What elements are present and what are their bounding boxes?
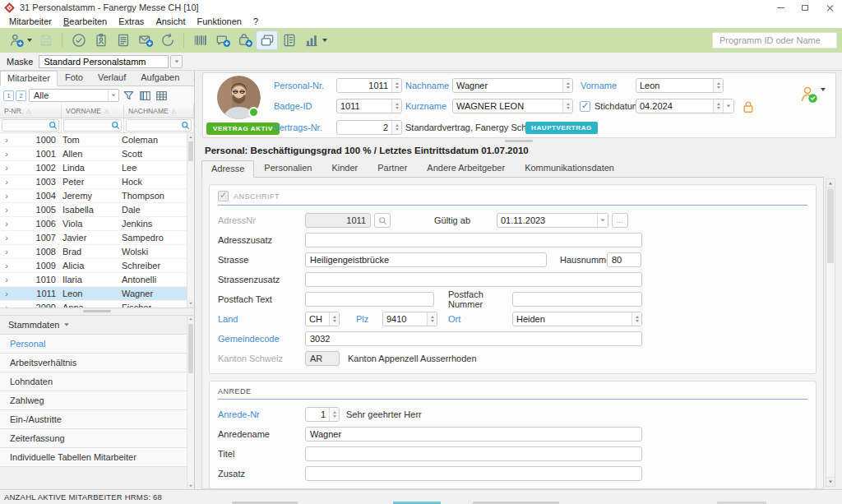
menu-item[interactable]: ? xyxy=(248,16,264,26)
nav-item[interactable]: Ein-/Austritte xyxy=(0,410,187,429)
detail-tab[interactable]: Personalien xyxy=(254,160,322,177)
table-row[interactable]: 1004 Jeremy Thompson xyxy=(0,189,194,203)
nav-item[interactable]: Zeiterfassung xyxy=(0,429,187,448)
scrollbar-thumb[interactable] xyxy=(188,141,193,161)
spinner[interactable] xyxy=(713,99,723,113)
row-expand-icon[interactable] xyxy=(0,233,13,243)
plz-input[interactable] xyxy=(383,312,427,326)
refresh-button[interactable] xyxy=(156,30,178,50)
grid-view-button[interactable] xyxy=(155,89,169,103)
detail-tab[interactable]: Kinder xyxy=(322,160,368,177)
barcode-button[interactable] xyxy=(189,30,211,50)
stichdatum-dropdown-icon[interactable] xyxy=(723,99,733,113)
maximize-button[interactable] xyxy=(793,0,817,15)
spinner[interactable] xyxy=(329,312,339,326)
row-expand-icon[interactable] xyxy=(0,177,13,187)
id-badge-button[interactable] xyxy=(90,30,112,50)
horizontal-splitter[interactable] xyxy=(195,138,842,143)
row-expand-icon[interactable] xyxy=(0,261,13,270)
employee-panel-tab[interactable]: Aufgaben xyxy=(133,70,187,86)
scroll-down-icon[interactable] xyxy=(826,477,835,486)
table-row[interactable]: 1001 Allen Scott xyxy=(0,147,194,161)
menu-item[interactable]: Funktionen xyxy=(191,16,247,26)
gemeindecode-input[interactable] xyxy=(305,331,642,346)
nav-item[interactable]: Lohndaten xyxy=(0,372,187,391)
gueltig-ab-input[interactable] xyxy=(497,214,597,227)
status-dropdown-icon[interactable] xyxy=(821,88,826,91)
badge-id-input[interactable] xyxy=(337,99,391,113)
save-button[interactable] xyxy=(35,30,57,50)
strassenzusatz-input[interactable] xyxy=(305,272,642,287)
filter-funnel-button[interactable] xyxy=(122,89,136,103)
row-expand-icon[interactable] xyxy=(0,303,13,307)
spinner[interactable] xyxy=(391,99,401,113)
scrollbar-thumb[interactable] xyxy=(188,324,193,373)
table-row[interactable]: 1003 Peter Hock xyxy=(0,175,194,189)
employee-filter-select[interactable]: Alle xyxy=(29,89,119,102)
postfach-text-input[interactable] xyxy=(305,292,434,307)
nav-item[interactable]: Individuelle Tabellen Mitarbeiter xyxy=(0,448,187,467)
land-input[interactable] xyxy=(306,312,329,326)
stammdaten-scrollbar[interactable] xyxy=(187,316,194,490)
maske-select[interactable] xyxy=(39,55,169,68)
scrollbar-thumb[interactable] xyxy=(827,189,834,263)
nav-item[interactable]: Personal xyxy=(0,335,187,354)
spinner[interactable] xyxy=(329,408,339,421)
add-employee-button[interactable] xyxy=(5,30,27,50)
row-expand-icon[interactable] xyxy=(0,163,13,173)
detail-tab[interactable]: Andere Arbeitgeber xyxy=(417,160,515,177)
employee-panel-tab[interactable]: Verlauf xyxy=(90,70,133,86)
column-header[interactable]: P-NR. xyxy=(0,104,62,118)
zusatz-input[interactable] xyxy=(305,466,642,481)
vertrags-nr-input[interactable] xyxy=(337,121,391,134)
table-row[interactable]: 1010 Ilaria Antonelli xyxy=(0,273,194,287)
chat-add-button[interactable] xyxy=(211,30,234,50)
journal-button[interactable] xyxy=(278,30,300,50)
program-search-input[interactable] xyxy=(712,32,837,49)
mail-add-button[interactable] xyxy=(134,30,156,50)
windows-button[interactable] xyxy=(256,30,278,50)
adressnr-lookup-button[interactable] xyxy=(374,213,391,228)
statistics-dropdown-icon[interactable] xyxy=(322,39,327,42)
row-expand-icon[interactable] xyxy=(0,149,13,159)
row-expand-icon[interactable] xyxy=(0,219,13,229)
titel-input[interactable] xyxy=(305,446,642,461)
menu-item[interactable]: Bearbeiten xyxy=(58,16,113,26)
hausnummer-input[interactable] xyxy=(607,252,641,267)
date-dropdown-icon[interactable] xyxy=(597,214,608,227)
detail-tab[interactable]: Partner xyxy=(368,160,417,177)
stichdatum-input[interactable] xyxy=(636,99,713,113)
detail-tab[interactable]: Adresse xyxy=(201,160,254,178)
bag-add-button[interactable] xyxy=(234,30,256,50)
nachname-input[interactable] xyxy=(453,79,562,92)
row-expand-icon[interactable] xyxy=(0,275,13,284)
menu-item[interactable]: Mitarbeiter xyxy=(3,16,58,26)
column-header[interactable]: NACHNAME xyxy=(124,104,194,118)
adresszusatz-input[interactable] xyxy=(305,233,642,247)
table-row[interactable]: 1000 Tom Coleman xyxy=(0,133,194,147)
employee-status-control[interactable] xyxy=(799,85,826,104)
row-expand-icon[interactable] xyxy=(0,191,13,201)
table-row[interactable]: 1002 Linda Lee xyxy=(0,161,194,175)
vorname-input[interactable] xyxy=(636,79,713,92)
spinner[interactable] xyxy=(562,99,572,113)
filter-dropdown-icon[interactable] xyxy=(108,90,118,101)
spinner[interactable] xyxy=(713,79,723,92)
employee-panel-tab[interactable]: Foto xyxy=(58,70,90,86)
spinner[interactable] xyxy=(632,312,641,326)
confirm-button[interactable] xyxy=(67,30,90,50)
column-view-button[interactable] xyxy=(138,89,152,103)
gueltig-ab-more-button[interactable]: … xyxy=(612,213,628,228)
scroll-up-icon[interactable] xyxy=(187,316,194,323)
postfach-nummer-input[interactable] xyxy=(512,292,642,307)
table-row[interactable]: 1008 Brad Wolski xyxy=(0,245,194,259)
view-button[interactable]: 2 xyxy=(16,90,26,101)
row-expand-icon[interactable] xyxy=(0,135,13,145)
form-scrollbar[interactable] xyxy=(826,178,835,487)
row-expand-icon[interactable] xyxy=(0,205,13,215)
table-row[interactable]: 2000 Anna Fischer xyxy=(0,301,194,307)
report-button[interactable] xyxy=(112,30,134,50)
table-row[interactable]: 1009 Alicia Schreiber xyxy=(0,259,194,273)
employee-list-scrollbar[interactable] xyxy=(187,133,194,307)
anredename-input[interactable] xyxy=(305,427,642,442)
